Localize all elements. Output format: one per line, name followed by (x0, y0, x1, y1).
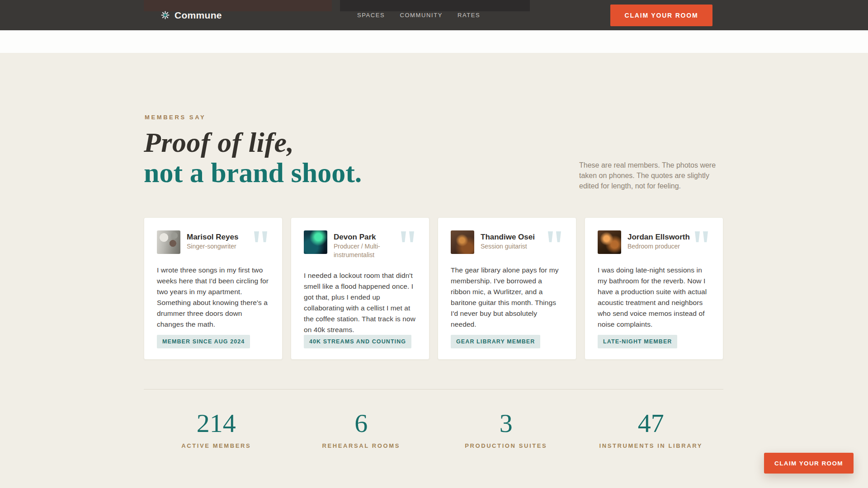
members-say-section: MEMBERS SAY Proof of life, not a brand s… (0, 53, 868, 488)
site-logo[interactable]: Commune (161, 0, 222, 30)
stat-label: PRODUCTION SUITES (434, 442, 579, 449)
white-spacer-band (0, 30, 868, 53)
testimonial-quote: I was doing late-night sessions in my ba… (598, 265, 710, 330)
quote-marks-icon (401, 231, 417, 244)
testimonial-card-header: Marisol Reyes Singer-songwriter (157, 230, 269, 254)
stats-row: 214 ACTIVE MEMBERS 6 REHEARSAL ROOMS 3 P… (144, 401, 723, 449)
member-identity: Marisol Reyes Singer-songwriter (187, 230, 238, 251)
member-identity: Thandiwe Osei Session guitarist (481, 230, 535, 251)
headline-line-1: Proof of life, (144, 127, 294, 158)
section-eyebrow: MEMBERS SAY (145, 114, 206, 121)
stat-value: 3 (434, 409, 579, 438)
testimonial-card: Marisol Reyes Singer-songwriter I wrote … (144, 217, 283, 360)
testimonial-card: Jordan Ellsworth Bedroom producer I was … (585, 217, 723, 360)
quote-marks-icon (548, 231, 564, 244)
testimonial-card-header: Thandiwe Osei Session guitarist (451, 230, 563, 254)
main-nav: SPACES COMMUNITY RATES (357, 0, 480, 30)
headline-line-2: not a brand shoot. (144, 157, 362, 188)
testimonial-quote: I wrote three songs in my first two week… (157, 265, 269, 330)
stat-label: ACTIVE MEMBERS (144, 442, 289, 449)
stat-value: 6 (289, 409, 434, 438)
stat-label: REHEARSAL ROOMS (289, 442, 434, 449)
member-identity: Jordan Ellsworth Bedroom producer (627, 230, 690, 251)
nav-item-spaces[interactable]: SPACES (357, 12, 385, 19)
member-badge: 40K STREAMS AND COUNTING (304, 335, 411, 348)
testimonial-quote: The gear library alone pays for my membe… (451, 265, 563, 330)
member-name: Jordan Ellsworth (627, 232, 690, 242)
member-badge: GEAR LIBRARY MEMBER (451, 335, 540, 348)
section-headline: Proof of life, not a brand shoot. (144, 127, 362, 188)
member-name: Thandiwe Osei (481, 232, 535, 242)
member-photo (598, 230, 621, 254)
member-photo (451, 230, 474, 254)
member-role: Producer / Multi-instrumentalist (334, 242, 416, 259)
site-header: Commune SPACES COMMUNITY RATES CLAIM YOU… (0, 0, 868, 30)
claim-your-room-button-header[interactable]: CLAIM YOUR ROOM (610, 5, 712, 26)
stats-divider (144, 389, 723, 389)
stat-value: 47 (579, 409, 724, 438)
member-role: Singer-songwriter (187, 242, 238, 251)
member-role: Session guitarist (481, 242, 535, 251)
stat-rehearsal-rooms: 6 REHEARSAL ROOMS (289, 401, 434, 449)
claim-your-room-button-floating[interactable]: CLAIM YOUR ROOM (764, 453, 854, 474)
member-role: Bedroom producer (627, 242, 690, 251)
testimonial-cards-row: Marisol Reyes Singer-songwriter I wrote … (144, 217, 723, 360)
quote-marks-icon (695, 231, 711, 244)
stat-instruments-in-library: 47 INSTRUMENTS IN LIBRARY (579, 401, 724, 449)
stat-active-members: 214 ACTIVE MEMBERS (144, 401, 289, 449)
member-name: Marisol Reyes (187, 232, 238, 242)
testimonial-quote: I needed a lockout room that didn't smel… (304, 270, 416, 335)
member-photo (304, 230, 327, 254)
member-badge: MEMBER SINCE AUG 2024 (157, 335, 250, 348)
testimonial-card-header: Jordan Ellsworth Bedroom producer (598, 230, 710, 254)
stat-value: 214 (144, 409, 289, 438)
stat-production-suites: 3 PRODUCTION SUITES (434, 401, 579, 449)
testimonial-card-header: Devon Park Producer / Multi-instrumental… (304, 230, 416, 259)
nav-item-community[interactable]: COMMUNITY (400, 12, 443, 19)
quote-marks-icon (254, 231, 270, 244)
member-badge: LATE-NIGHT MEMBER (598, 335, 677, 348)
stat-label: INSTRUMENTS IN LIBRARY (579, 442, 724, 449)
testimonial-card: Thandiwe Osei Session guitarist The gear… (438, 217, 576, 360)
nav-item-rates[interactable]: RATES (458, 12, 480, 19)
logo-label: Commune (175, 10, 222, 21)
section-description: These are real members. The photos were … (579, 160, 718, 191)
asterisk-flower-icon (161, 11, 170, 19)
member-photo (157, 230, 180, 254)
testimonial-card: Devon Park Producer / Multi-instrumental… (291, 217, 429, 360)
